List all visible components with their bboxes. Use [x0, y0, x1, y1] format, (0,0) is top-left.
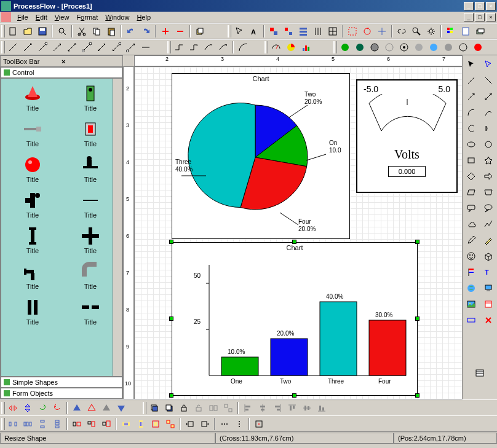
toolbox-item[interactable]: Title [64, 226, 117, 254]
elbow-1[interactable] [172, 41, 186, 54]
space-h[interactable] [119, 417, 133, 431]
grid-tool[interactable] [326, 25, 340, 38]
menu-format[interactable]: Format [73, 12, 101, 22]
toolbox-item[interactable]: Title [6, 262, 59, 290]
arc-tool[interactable] [236, 41, 250, 54]
toolbox-item[interactable]: Title [6, 297, 59, 326]
text2-tool[interactable]: T [482, 265, 495, 279]
globe-tool[interactable] [464, 281, 478, 295]
dist-1[interactable] [6, 417, 20, 431]
group-btn[interactable] [207, 401, 220, 415]
dist-2[interactable] [21, 417, 34, 431]
layers2-tool[interactable] [474, 25, 487, 38]
arrow-tool[interactable] [464, 90, 478, 103]
mdi-minimize-button[interactable]: _ [464, 13, 474, 22]
conn-1[interactable] [6, 41, 20, 54]
diamond-tool[interactable] [464, 170, 478, 183]
redo-button[interactable] [139, 25, 153, 38]
pencil-tool[interactable] [464, 234, 478, 247]
canvas[interactable]: Chart Two 20.0% On 10.0 [134, 66, 463, 399]
conn-9[interactable] [124, 41, 138, 54]
c-green[interactable] [338, 41, 352, 54]
ellipse-tool[interactable] [464, 138, 478, 151]
menu-window[interactable]: Window [101, 12, 133, 22]
c-shape-tool[interactable] [464, 122, 478, 135]
flip-v[interactable] [21, 401, 34, 415]
close-button[interactable]: × [486, 2, 496, 10]
guides-tool[interactable] [375, 25, 389, 38]
shape-shadow[interactable] [100, 401, 113, 415]
sheet-tool[interactable] [459, 25, 472, 38]
elbow-2[interactable] [187, 41, 201, 54]
menu-view[interactable]: View [51, 12, 73, 22]
shape-rev[interactable] [114, 401, 128, 415]
ungroup-btn[interactable] [221, 401, 235, 415]
c-gray2[interactable] [383, 41, 396, 54]
zoom-tool[interactable] [410, 25, 423, 38]
toolbox-close-icon[interactable]: × [62, 58, 120, 65]
conn-10[interactable] [139, 41, 153, 54]
toolbox-item[interactable]: Title [6, 84, 59, 112]
al-center[interactable] [256, 401, 269, 415]
toolbox-item[interactable]: Title [64, 84, 117, 112]
d-shape-tool[interactable] [482, 122, 495, 135]
align-tool[interactable] [296, 25, 310, 38]
dblarrow-tool[interactable] [482, 90, 495, 103]
dist-4[interactable] [50, 417, 64, 431]
c-red[interactable] [471, 41, 485, 54]
al-left[interactable] [241, 401, 255, 415]
flag-tool[interactable] [464, 265, 478, 279]
rect-tool[interactable] [464, 154, 478, 167]
curve3-tool[interactable] [482, 106, 495, 119]
c-empty[interactable] [456, 41, 470, 54]
curve-1[interactable] [202, 41, 215, 54]
para-tool[interactable] [464, 186, 478, 199]
copy-button[interactable] [90, 25, 103, 38]
size-3[interactable] [100, 417, 113, 431]
sel-handle[interactable] [169, 316, 173, 321]
text-tool[interactable]: A [247, 25, 261, 38]
cloud-tool[interactable] [464, 218, 478, 231]
toolbox-item[interactable]: Title [64, 119, 117, 147]
conn-2[interactable] [21, 41, 34, 54]
size-2[interactable] [85, 417, 98, 431]
ungroup-tool[interactable] [282, 25, 295, 38]
bar-chart[interactable]: Chart 50 25 One Two Three Four 10.0% [172, 242, 418, 396]
size-1[interactable] [70, 417, 84, 431]
conn-8[interactable] [109, 41, 123, 54]
dist-3[interactable] [36, 417, 49, 431]
shape-outline[interactable] [85, 401, 98, 415]
toolbox-item[interactable]: Title [6, 155, 59, 183]
bigarrow-tool[interactable] [482, 170, 495, 183]
polyline-tool[interactable] [482, 218, 495, 231]
palette-tool[interactable] [444, 25, 458, 38]
al-mid[interactable] [300, 401, 314, 415]
toolbox-tab-simple[interactable]: Simple Shapes [1, 377, 122, 388]
nudge-r[interactable] [198, 417, 212, 431]
dots-v[interactable] [233, 417, 246, 431]
toolbox-item[interactable]: Title [64, 155, 117, 183]
cut-button[interactable] [75, 25, 89, 38]
lock-tool[interactable] [177, 401, 191, 415]
toolbox-item[interactable]: Title [6, 119, 59, 147]
nudge-l[interactable] [183, 417, 197, 431]
pie-chart[interactable]: Chart Two 20.0% On 10.0 [172, 73, 350, 239]
cal-tool[interactable] [482, 297, 495, 311]
x-tool[interactable] [482, 313, 495, 327]
rotate-tool[interactable] [360, 25, 374, 38]
callout2-tool[interactable] [482, 202, 495, 215]
line2-tool[interactable] [482, 74, 495, 87]
menu-help[interactable]: Help [133, 12, 154, 22]
toolbox-item[interactable]: Title [6, 191, 59, 219]
gauge-widget[interactable]: -5.0 5.0 Volts 0.000 [356, 79, 458, 193]
conn-7[interactable] [95, 41, 108, 54]
pointer2-tool[interactable] [482, 58, 495, 71]
comp-tool[interactable] [482, 281, 495, 295]
mdi-close-button[interactable]: × [486, 13, 496, 22]
toolbox-tab-form[interactable]: Form Objects [1, 388, 122, 399]
pointer-tool[interactable] [464, 58, 478, 71]
conn-5[interactable] [65, 41, 79, 54]
conn-6[interactable] [80, 41, 93, 54]
rotate-l[interactable] [36, 401, 49, 415]
c-gray4[interactable] [442, 41, 455, 54]
